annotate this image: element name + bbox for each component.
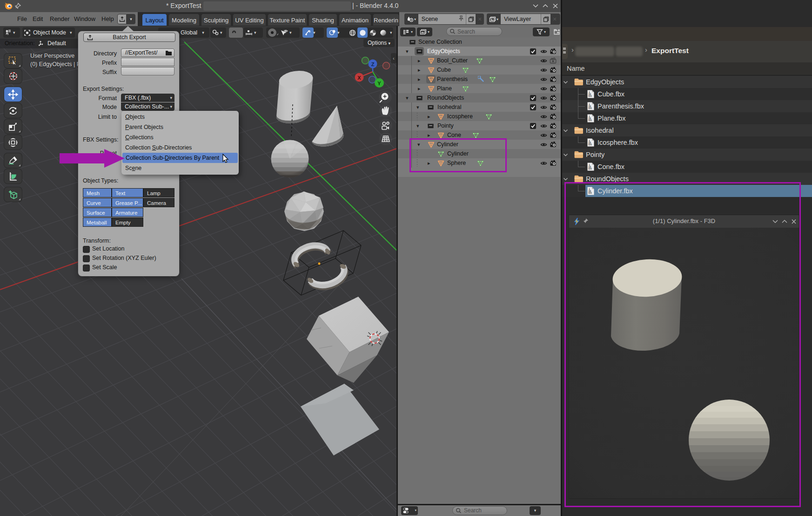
svg-text:Y: Y [377,81,381,86]
svg-text:X: X [357,75,361,81]
svg-text:Z: Z [371,61,375,67]
svg-text:‹: ‹ [393,56,394,61]
